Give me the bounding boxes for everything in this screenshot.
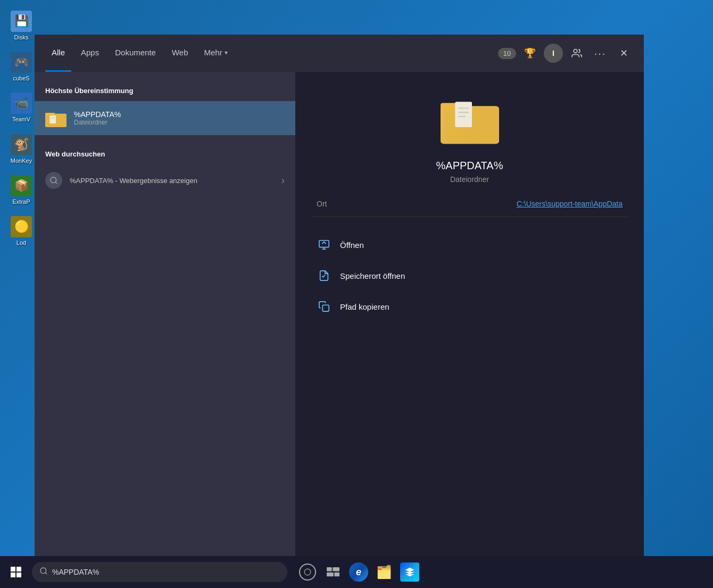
disks-label: Disks <box>14 34 29 41</box>
task-view-button[interactable] <box>321 560 345 584</box>
cortana-icon <box>299 564 316 581</box>
preview-title: %APPDATA% <box>436 160 503 172</box>
desktop: 💾 Disks 🎮 cubeS 📹 TeamV 🐒 MonKey 📦 Extra… <box>0 0 713 588</box>
svg-rect-4 <box>49 115 56 123</box>
tab-web[interactable]: Web <box>165 35 195 72</box>
teamv-icon: 📹 <box>11 93 32 114</box>
search-tabs: Alle Apps Dokumente Web Mehr ▾ <box>45 35 234 72</box>
svg-rect-23 <box>327 567 332 572</box>
windows-logo-icon <box>11 567 21 577</box>
action-open-location-label: Speicherort öffnen <box>340 271 405 280</box>
search-content: Höchste Übereinstimmung <box>35 72 644 556</box>
avatar[interactable]: I <box>544 44 563 63</box>
taskbar-search[interactable]: %APPDATA% <box>32 562 287 582</box>
preview-actions: Öffnen Speicherort öffnen <box>311 230 628 321</box>
action-open-label: Öffnen <box>340 241 364 250</box>
edge-icon: e <box>349 562 368 582</box>
svg-point-7 <box>51 177 56 183</box>
more-options-icon[interactable]: ··· <box>591 44 610 63</box>
cortana-button[interactable] <box>296 560 319 584</box>
extra-label: ExtraP <box>12 198 30 205</box>
web-search-text: %APPDATA% - Webergebnisse anzeigen <box>70 177 274 185</box>
chevron-right-icon: › <box>281 175 285 186</box>
task-view-icon <box>327 567 339 577</box>
tab-alle[interactable]: Alle <box>45 35 71 72</box>
tab-dokumente[interactable]: Dokumente <box>109 35 162 72</box>
action-open[interactable]: Öffnen <box>311 230 628 260</box>
svg-rect-25 <box>327 573 334 577</box>
tab-mehr[interactable]: Mehr ▾ <box>198 35 234 72</box>
taskbar-search-text: %APPDATA% <box>52 568 99 576</box>
result-count-badge: 10 <box>498 48 516 59</box>
close-button[interactable]: ✕ <box>614 44 633 63</box>
store-button[interactable] <box>398 560 421 584</box>
svg-rect-24 <box>333 567 339 572</box>
svg-point-0 <box>574 49 577 53</box>
search-header: Alle Apps Dokumente Web Mehr ▾ 10 🏆 <box>35 35 644 72</box>
preview-folder-icon <box>441 93 499 151</box>
feedback-icon[interactable]: 🏆 <box>520 44 540 63</box>
preview-meta: Ort C:\Users\support-team\AppData <box>311 200 628 217</box>
svg-rect-26 <box>334 573 339 577</box>
search-header-right: 10 🏆 I ··· ✕ <box>498 44 633 63</box>
edge-button[interactable]: e <box>347 560 370 584</box>
meta-label: Ort <box>317 200 327 208</box>
action-copy-path-label: Pfad kopieren <box>340 302 389 311</box>
monkey-label: MonKey <box>11 158 32 164</box>
best-match-name: %APPDATA% <box>74 110 121 119</box>
store-icon <box>400 562 419 582</box>
cubes-label: cubeS <box>13 75 29 82</box>
svg-point-21 <box>40 568 46 574</box>
preview-subtitle: Dateiordner <box>450 175 489 184</box>
search-left-panel: Höchste Übereinstimmung <box>35 72 295 556</box>
action-open-location[interactable]: Speicherort öffnen <box>311 261 628 291</box>
svg-rect-20 <box>322 305 329 311</box>
explorer-button[interactable]: 🗂️ <box>372 560 396 584</box>
action-copy-path[interactable]: Pfad kopieren <box>311 292 628 321</box>
web-search-section: Web durchsuchen %APPDATA% - Webergebniss… <box>35 146 295 196</box>
open-icon <box>317 237 331 252</box>
meta-path-link[interactable]: C:\Users\support-team\AppData <box>517 200 623 208</box>
lod-icon: 🟡 <box>11 216 32 237</box>
people-icon[interactable] <box>567 44 586 63</box>
teamv-label: TeamV <box>12 116 30 123</box>
best-match-section-title: Höchste Übereinstimmung <box>35 82 295 99</box>
copy-icon <box>317 299 331 314</box>
search-panel: Alle Apps Dokumente Web Mehr ▾ 10 🏆 <box>35 35 644 556</box>
start-button[interactable] <box>4 560 28 584</box>
explorer-icon: 🗂️ <box>376 565 392 579</box>
disks-icon: 💾 <box>11 11 32 32</box>
location-icon <box>317 268 331 283</box>
search-web-icon <box>45 172 62 189</box>
chevron-down-icon: ▾ <box>225 49 228 56</box>
best-match-subtitle: Dateiordner <box>74 119 121 126</box>
extra-icon: 📦 <box>11 175 32 196</box>
monkey-icon: 🐒 <box>11 134 32 155</box>
cubes-icon: 🎮 <box>11 52 32 73</box>
lod-label: Lod <box>16 239 26 246</box>
taskbar: %APPDATA% <box>0 556 713 588</box>
best-match-text: %APPDATA% Dateiordner <box>74 110 121 126</box>
svg-point-22 <box>304 569 311 575</box>
svg-rect-13 <box>455 102 471 127</box>
folder-icon <box>45 107 67 129</box>
taskbar-icons: e 🗂️ <box>296 560 421 584</box>
taskbar-search-icon <box>39 567 48 577</box>
web-section-title: Web durchsuchen <box>35 146 295 162</box>
search-right-panel: %APPDATA% Dateiordner Ort C:\Users\suppo… <box>295 72 644 556</box>
best-match-result[interactable]: %APPDATA% Dateiordner <box>35 101 295 135</box>
web-search-item[interactable]: %APPDATA% - Webergebnisse anzeigen › <box>35 164 295 196</box>
tab-apps[interactable]: Apps <box>74 35 105 72</box>
